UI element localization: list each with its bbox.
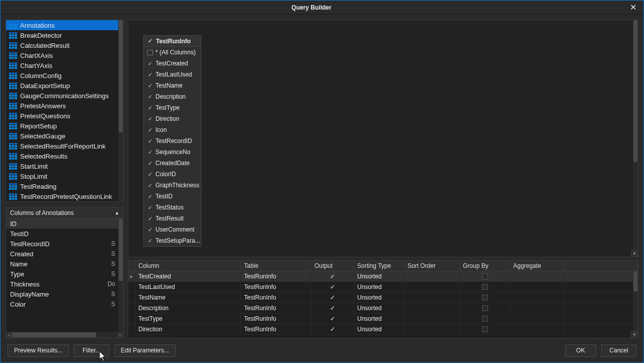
checkbox-icon[interactable] [147, 50, 153, 55]
entity-field[interactable]: ✓TestSetupPara... [144, 235, 201, 246]
scroll-right-icon[interactable]: ▸ [117, 332, 123, 338]
checkbox-icon[interactable] [482, 326, 488, 332]
cell-group-by[interactable] [460, 303, 510, 313]
entity-field[interactable]: ✓TestStatus [144, 202, 201, 213]
cell-aggregate[interactable] [510, 271, 565, 281]
entity-field[interactable]: ✓ColorID [144, 169, 201, 180]
cell-sorting-type[interactable]: Unsorted [354, 314, 405, 324]
cell-table[interactable]: TestRunInfo [241, 293, 311, 303]
table-item[interactable]: SelectedResultForReportLink [6, 141, 118, 151]
grid-scroll-down-icon[interactable]: ▾ [631, 331, 638, 338]
entity-field[interactable]: ✓TestID [144, 191, 201, 202]
column-item[interactable]: CreatedS [6, 249, 118, 259]
cell-group-by[interactable] [460, 324, 510, 334]
entity-field-list[interactable]: * (All Columns)✓TestCreated✓TestLastUsed… [144, 47, 201, 246]
table-item[interactable]: BreakDetector [6, 30, 118, 40]
cell-output[interactable]: ✓ [311, 282, 354, 292]
check-icon[interactable]: ✓ [147, 60, 153, 66]
checkbox-icon[interactable] [482, 284, 488, 290]
columns-list[interactable]: IDTestIDTestRecordIDSCreatedSNameSTypeST… [6, 219, 123, 309]
grid-row[interactable]: TestLastUsedTestRunInfo✓Unsorted [128, 282, 638, 293]
entity-field[interactable]: ✓Direction [144, 113, 201, 124]
entity-field[interactable]: ✓TestResult [144, 213, 201, 224]
cell-output[interactable]: ✓ [311, 293, 354, 303]
check-icon[interactable]: ✓ [147, 71, 153, 78]
cell-column[interactable]: TestLastUsed [135, 282, 241, 292]
check-icon[interactable]: ✓ [147, 238, 153, 244]
column-item[interactable]: ID [6, 219, 118, 229]
cell-sorting-type[interactable]: Unsorted [354, 324, 405, 334]
grid-row[interactable]: DirectionTestRunInfo✓Unsorted [128, 324, 638, 335]
grid-row[interactable]: ▸TestCreatedTestRunInfo✓Unsorted [128, 271, 638, 282]
cell-sort-order[interactable] [405, 271, 460, 281]
columns-hscrollbar[interactable]: ◂ ▸ [6, 332, 123, 338]
table-item[interactable]: SelectedGauge [6, 131, 118, 141]
grid-header-group-by[interactable]: Group By [460, 261, 510, 271]
check-icon[interactable]: ✓ [147, 171, 153, 177]
cell-output[interactable]: ✓ [311, 314, 354, 324]
cell-group-by[interactable] [460, 314, 510, 324]
grid-header-column[interactable]: Column [135, 261, 241, 271]
table-item[interactable]: ChartXAxis [6, 50, 118, 60]
table-item[interactable]: ColumnConfig [6, 70, 118, 81]
grid-header-aggregate[interactable]: Aggregate [510, 261, 565, 271]
cell-sort-order[interactable] [405, 324, 460, 334]
grid-row[interactable]: TestNameTestRunInfo✓Unsorted [128, 293, 638, 303]
cell-group-by[interactable] [460, 282, 510, 292]
column-item[interactable]: NameS [6, 259, 118, 269]
cell-table[interactable]: TestRunInfo [241, 324, 311, 334]
cell-table[interactable]: TestRunInfo [241, 282, 311, 292]
entity-header[interactable]: ✓ TestRunInfo [144, 36, 201, 47]
cell-sorting-type[interactable]: Unsorted [354, 303, 405, 313]
table-item[interactable]: TestReading [6, 181, 118, 191]
cell-table[interactable]: TestRunInfo [241, 314, 311, 324]
check-icon[interactable]: ✓ [147, 215, 153, 222]
grid-header-output[interactable]: Output [311, 261, 354, 271]
cell-sorting-type[interactable]: Unsorted [354, 282, 405, 292]
checkbox-icon[interactable] [482, 305, 488, 311]
tables-scrollbar[interactable] [118, 20, 123, 201]
table-item[interactable]: Annotations [6, 20, 118, 30]
entity-field[interactable]: ✓Icon [144, 124, 201, 135]
table-item[interactable]: DataExportSetup [6, 81, 118, 91]
cell-sort-order[interactable] [405, 293, 460, 303]
entity-field[interactable]: ✓TestLastUsed [144, 69, 201, 80]
check-icon[interactable]: ✓ [147, 138, 153, 144]
cell-column[interactable]: TestCreated [135, 271, 241, 281]
entity-field[interactable]: ✓UserComment [144, 224, 201, 235]
check-icon[interactable]: ✓ [147, 204, 153, 210]
entity-field[interactable]: ✓TestCreated [144, 58, 201, 69]
column-item[interactable]: TypeS [6, 269, 118, 279]
cell-column[interactable]: TestName [135, 293, 241, 303]
check-icon[interactable]: ✓ [147, 160, 153, 166]
cell-group-by[interactable] [460, 271, 510, 281]
check-icon[interactable]: ✓ [147, 127, 153, 133]
entity-testruninfo[interactable]: ✓ TestRunInfo * (All Columns)✓TestCreate… [143, 35, 201, 247]
column-item[interactable]: ColorS [6, 299, 118, 309]
table-item[interactable]: ReportSetup [6, 121, 118, 131]
checkbox-icon[interactable] [482, 295, 488, 301]
cell-aggregate[interactable] [510, 314, 565, 324]
columns-panel-header[interactable]: Columns of Annotations ▲ [6, 207, 123, 219]
cell-aggregate[interactable] [510, 324, 565, 334]
cell-group-by[interactable] [460, 293, 510, 303]
check-icon[interactable]: ✓ [147, 193, 153, 199]
cell-aggregate[interactable] [510, 282, 565, 292]
column-item[interactable]: TestRecordIDS [6, 239, 118, 249]
entity-field[interactable]: ✓SequenceNo [144, 147, 201, 158]
table-item[interactable]: ChartYAxis [6, 60, 118, 70]
table-item[interactable]: PretestAnswers [6, 101, 118, 111]
diagram-canvas[interactable]: ✓ TestRunInfo * (All Columns)✓TestCreate… [128, 20, 638, 257]
entity-field[interactable]: ✓GraphThickness [144, 180, 201, 191]
cell-sort-order[interactable] [405, 314, 460, 324]
cell-column[interactable]: TestType [135, 314, 241, 324]
table-item[interactable]: GaugeCommunicationSettings [6, 91, 118, 101]
check-icon[interactable]: ✓ [147, 116, 153, 122]
tables-list[interactable]: AnnotationsBreakDetectorCalculatedResult… [6, 20, 123, 201]
grid-scrollbar[interactable] [633, 271, 638, 338]
cell-output[interactable]: ✓ [311, 324, 354, 334]
table-item[interactable]: TestRecordPretestQuestionLink [6, 191, 118, 201]
cell-sort-order[interactable] [405, 303, 460, 313]
check-icon[interactable]: ✓ [147, 227, 153, 233]
column-item[interactable]: ThicknessDo [6, 279, 118, 289]
